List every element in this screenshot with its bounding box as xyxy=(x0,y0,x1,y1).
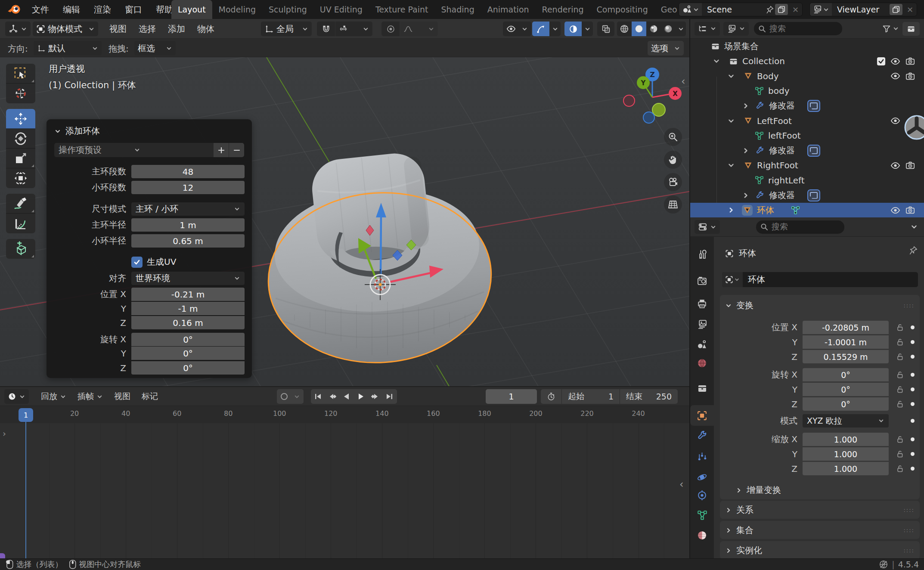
lock-icon[interactable] xyxy=(896,435,904,443)
lock-icon[interactable] xyxy=(896,450,904,458)
cursor-tool[interactable] xyxy=(6,84,35,103)
collapse-region-icon[interactable]: ‹ xyxy=(679,478,684,490)
new-viewlayer-button[interactable] xyxy=(890,4,902,15)
prop-value[interactable]: 1.000 xyxy=(803,433,889,446)
outliner-row-RightFoot[interactable]: RightFoot xyxy=(690,158,924,173)
op-field-value[interactable]: -0.21 m xyxy=(131,288,245,301)
overlays-dropdown[interactable] xyxy=(564,22,593,36)
workspace-tab-Animation[interactable]: Animation xyxy=(481,0,536,19)
editor-type-outliner[interactable] xyxy=(695,22,720,36)
record-button[interactable] xyxy=(277,389,291,404)
play-reverse-button[interactable] xyxy=(339,389,353,404)
properties-tab-object-data[interactable] xyxy=(690,505,714,526)
measure-tool[interactable] xyxy=(6,214,35,233)
timeline-track[interactable] xyxy=(0,423,689,559)
pin-icon[interactable] xyxy=(766,5,774,14)
topbar-menu-渲染[interactable]: 渲染 xyxy=(87,0,118,19)
op-field-value[interactable]: 0.16 m xyxy=(131,316,245,329)
prop-value[interactable]: 0° xyxy=(803,368,889,381)
expander-icon[interactable] xyxy=(742,102,750,110)
workspace-tab-Geon[interactable]: Geon xyxy=(654,0,677,19)
properties-tab-collection[interactable] xyxy=(690,378,714,399)
add-primitive-tool[interactable] xyxy=(6,239,35,259)
chevron-down-icon[interactable] xyxy=(549,22,561,36)
properties-tab-physics[interactable] xyxy=(690,467,714,487)
tool-options-dropdown[interactable]: 选项 xyxy=(648,41,684,56)
prop-value[interactable]: 1.000 xyxy=(803,447,889,461)
lock-icon[interactable] xyxy=(896,323,904,331)
viewport-menu-选择[interactable]: 选择 xyxy=(133,19,162,39)
disable-render-icon[interactable] xyxy=(905,161,915,170)
start-frame-field[interactable]: 起始1 xyxy=(562,389,620,404)
workspace-tab-Layout[interactable]: Layout xyxy=(171,0,212,19)
chevron-down-icon[interactable] xyxy=(582,22,593,36)
workspace-tab-Texture Paint[interactable]: Texture Paint xyxy=(369,0,435,19)
op-field-value[interactable]: -1 m xyxy=(131,302,245,315)
topbar-menu-窗口[interactable]: 窗口 xyxy=(118,0,149,19)
topbar-menu-文件[interactable]: 文件 xyxy=(25,0,56,19)
filter-dropdown[interactable] xyxy=(882,25,899,33)
properties-search[interactable]: 搜索 xyxy=(756,220,844,234)
prop-value[interactable]: 0° xyxy=(803,383,889,396)
animate-dot[interactable] xyxy=(911,452,915,456)
prop-value[interactable]: 1.000 xyxy=(803,462,889,475)
transform-orientation-dropdown[interactable]: 全局 xyxy=(261,22,312,36)
op-field-value[interactable]: 48 xyxy=(131,165,245,178)
annotate-tool[interactable] xyxy=(6,194,35,214)
outliner-row-修改器[interactable]: 修改器 xyxy=(690,188,924,203)
shading-rendered-button[interactable] xyxy=(661,22,676,36)
outliner-row-修改器[interactable]: 修改器 xyxy=(690,98,924,113)
prop-value[interactable]: -0.20805 m xyxy=(803,321,889,334)
animate-dot[interactable] xyxy=(911,437,915,441)
operator-panel-add-torus[interactable]: 添加环体 操作项预设 主环段数48小环段数12尺寸模式主环 / 小环主环半径1 … xyxy=(47,119,252,378)
editor-type-timeline[interactable] xyxy=(4,389,29,404)
expander-icon[interactable] xyxy=(727,72,735,80)
properties-tab-view-layer[interactable] xyxy=(690,314,714,335)
outliner-search[interactable]: 搜索 xyxy=(754,22,842,35)
disable-render-icon[interactable] xyxy=(905,56,915,66)
viewlayer-selector[interactable]: ViewLayer ✕ xyxy=(809,3,917,16)
lock-icon[interactable] xyxy=(896,338,904,346)
animate-dot[interactable] xyxy=(911,355,915,359)
properties-tab-tool[interactable] xyxy=(690,244,714,264)
op-field-value[interactable]: 0° xyxy=(131,361,245,375)
outliner-row-LeftFoot[interactable]: LeftFoot xyxy=(690,113,924,128)
timeline-expand-icon[interactable]: › xyxy=(3,428,6,439)
hide-eye-icon[interactable] xyxy=(890,71,900,81)
outliner-row-Body[interactable]: Body xyxy=(690,68,924,84)
animate-dot[interactable] xyxy=(911,373,915,377)
hide-eye-icon[interactable] xyxy=(890,116,900,126)
workspace-tab-UV Editing[interactable]: UV Editing xyxy=(313,0,369,19)
snap-toggle[interactable] xyxy=(317,22,335,36)
scene-selector[interactable]: Scene ✕ xyxy=(679,3,803,16)
outliner-row-Collection[interactable]: Collection xyxy=(690,54,924,69)
orientation-default-dropdown[interactable]: 默认 xyxy=(34,41,102,56)
remove-viewlayer-button[interactable]: ✕ xyxy=(903,5,917,14)
visibility-dropdown[interactable] xyxy=(503,22,531,36)
animate-dot[interactable] xyxy=(911,467,915,471)
viewport-menu-视图[interactable]: 视图 xyxy=(103,19,133,39)
outliner-display-mode[interactable] xyxy=(723,22,749,36)
object-name-value[interactable]: 环体 xyxy=(743,274,765,285)
scene-icon[interactable] xyxy=(679,3,702,16)
outliner-row-修改器[interactable]: 修改器 xyxy=(690,143,924,158)
jump-end-button[interactable] xyxy=(382,389,396,404)
object-name-field[interactable]: 环体 xyxy=(722,272,918,287)
move-tool[interactable] xyxy=(6,109,35,129)
workspace-tab-Modeling[interactable]: Modeling xyxy=(212,0,262,19)
lock-icon[interactable] xyxy=(896,371,904,379)
expander-icon[interactable] xyxy=(727,161,735,169)
object-id-icon[interactable] xyxy=(722,272,743,287)
op-field-dropdown[interactable]: 主环 / 小环 xyxy=(131,202,245,216)
prop-value[interactable]: -1.0001 m xyxy=(803,335,889,349)
expander-icon[interactable] xyxy=(727,206,735,214)
properties-tab-material[interactable] xyxy=(690,525,714,545)
viewport-3d[interactable]: 用户透视 (1) Collection | 环体 Z Y X 添加环体 操作项预… xyxy=(0,57,689,386)
viewlayer-name[interactable]: ViewLayer xyxy=(832,5,889,14)
scene-name[interactable]: Scene xyxy=(702,5,766,14)
snap-settings-dropdown[interactable] xyxy=(335,22,372,36)
timeline-menu-标记[interactable]: 标记 xyxy=(136,391,164,402)
expander-icon[interactable] xyxy=(727,117,735,125)
animate-dot[interactable] xyxy=(911,340,915,344)
op-field-value[interactable]: 1 m xyxy=(131,218,245,232)
